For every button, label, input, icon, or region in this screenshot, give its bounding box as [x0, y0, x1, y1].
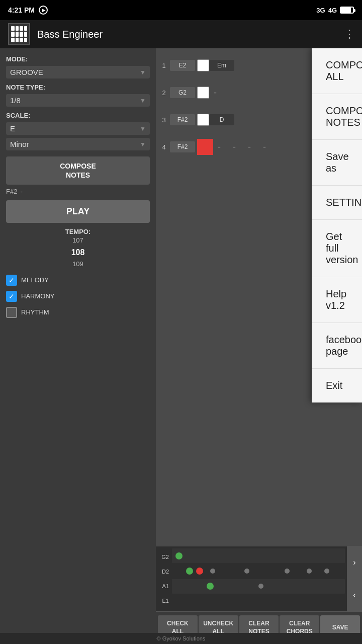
menu-item-help[interactable]: Help v1.2 — [312, 277, 362, 323]
row-checkbox[interactable] — [197, 59, 209, 71]
signal2-label: 4G — [328, 7, 337, 14]
f2-row: F#2 - — [6, 188, 150, 195]
note-type-value[interactable]: 1/8 ▼ — [6, 94, 150, 107]
mode-dropdown-icon: ▼ — [140, 69, 146, 76]
main-content: MODE: GROOVE ▼ NOTE TYPE: 1/8 ▼ SCALE: E… — [0, 48, 362, 644]
piano-label-d2: D2 — [162, 569, 169, 575]
app-icon — [8, 23, 30, 45]
tempo-next: 109 — [6, 259, 150, 270]
row-checkbox[interactable] — [197, 87, 209, 99]
note-dot-gray — [210, 569, 215, 574]
more-options-icon[interactable]: ⋮ — [344, 28, 354, 41]
rhythm-checkbox[interactable] — [6, 307, 17, 318]
note-dot-gray — [258, 584, 263, 589]
note-type-label: NOTE TYPE: — [6, 84, 150, 91]
tempo-prev: 107 — [6, 235, 150, 246]
tempo-current: 108 — [6, 246, 150, 259]
note-dot-green — [207, 583, 214, 590]
harmony-row[interactable]: ✓ HARMONY — [6, 291, 150, 302]
note-dot-red — [196, 568, 203, 575]
note-dot-green — [175, 552, 183, 559]
scale-type-value[interactable]: Minor ▼ — [6, 138, 150, 150]
active-cell[interactable] — [197, 139, 213, 155]
status-bar: 4:21 PM 3G 4G — [0, 0, 362, 20]
status-left: 4:21 PM — [8, 6, 48, 15]
scale-label: SCALE: — [6, 112, 150, 119]
scale-value[interactable]: E ▼ — [6, 122, 150, 135]
menu-item-exit[interactable]: Exit — [312, 369, 362, 403]
piano-label-a1: A1 — [162, 583, 169, 589]
note-dot-green — [186, 568, 193, 575]
mode-label: MODE: — [6, 55, 150, 63]
row-checkbox[interactable] — [197, 114, 209, 126]
rhythm-label: RHYTHM — [21, 308, 49, 316]
status-time: 4:21 PM — [8, 6, 35, 14]
scale-dropdown-icon: ▼ — [140, 125, 146, 132]
melody-label: MELODY — [21, 276, 49, 284]
tempo-label: TEMPO: — [6, 228, 150, 235]
scroll-down-button[interactable]: ‹ — [347, 579, 362, 612]
note-dot-gray — [244, 569, 249, 574]
scale-type-dropdown-icon: ▼ — [140, 141, 146, 148]
note-dot-gray — [307, 569, 312, 574]
tempo-block: TEMPO: 107 108 109 — [6, 226, 150, 269]
mode-value[interactable]: GROOVE ▼ — [6, 66, 150, 78]
battery-icon — [340, 7, 354, 14]
play-button[interactable]: PLAY — [6, 200, 150, 223]
menu-item-compose-notes[interactable]: COMPOSE NOTES — [312, 94, 362, 140]
rhythm-row[interactable]: RHYTHM — [6, 307, 150, 318]
melody-checkbox[interactable]: ✓ — [6, 275, 17, 286]
menu-item-settings[interactable]: SETTINGS — [312, 186, 362, 220]
menu-item-save-as[interactable]: Save as — [312, 140, 362, 186]
piano-label-g2: G2 — [161, 554, 169, 560]
menu-item-compose-all[interactable]: COMPOSE ALL — [312, 48, 362, 94]
note-type-dropdown-icon: ▼ — [140, 97, 146, 104]
play-status-icon — [39, 6, 48, 15]
note-dot-gray — [285, 569, 290, 574]
copyright-bar: © Gyokov Solutions — [0, 633, 362, 644]
piano-label-e1: E1 — [162, 598, 169, 604]
harmony-label: HARMONY — [21, 292, 54, 300]
status-right: 3G 4G — [316, 7, 354, 14]
left-panel: MODE: GROOVE ▼ NOTE TYPE: 1/8 ▼ SCALE: E… — [0, 48, 156, 644]
dropdown-menu: COMPOSE ALL COMPOSE NOTES Save as SETTIN… — [312, 48, 362, 403]
app-bar: Bass Engineer ⋮ — [0, 20, 362, 48]
copyright-text: © Gyokov Solutions — [157, 635, 206, 641]
melody-row[interactable]: ✓ MELODY — [6, 275, 150, 286]
menu-item-full-version[interactable]: Get full version — [312, 220, 362, 277]
app-title: Bass Engineer — [37, 29, 337, 40]
compose-notes-button[interactable]: COMPOSENOTES — [6, 156, 150, 185]
signal1-label: 3G — [316, 7, 325, 14]
note-dot-gray — [324, 569, 329, 574]
menu-item-facebook[interactable]: facebook page — [312, 323, 362, 369]
right-panel: 1 E2 Em 2 G2 - 3 F#2 — [156, 48, 362, 644]
scroll-up-button[interactable]: › — [347, 546, 362, 579]
harmony-checkbox[interactable]: ✓ — [6, 291, 17, 302]
